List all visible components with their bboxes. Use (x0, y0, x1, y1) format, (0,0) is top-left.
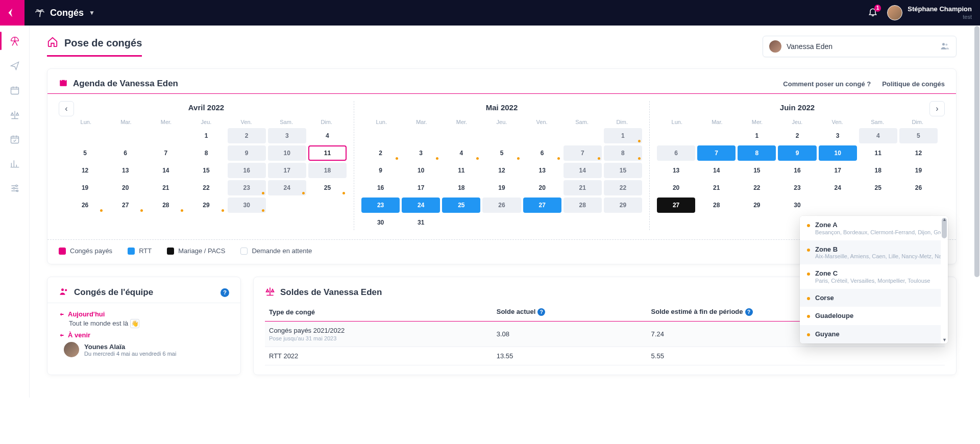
day-cell[interactable]: 19 (899, 163, 938, 178)
day-cell[interactable]: 28 (146, 198, 185, 213)
day-cell[interactable]: 17 (402, 180, 440, 195)
day-cell[interactable]: 17 (819, 163, 857, 178)
info-icon[interactable]: ? (537, 308, 545, 316)
day-cell[interactable]: 10 (402, 163, 440, 178)
day-cell[interactable]: 18 (442, 180, 480, 195)
day-cell[interactable]: 26 (66, 198, 104, 213)
day-cell[interactable]: 12 (899, 145, 938, 161)
day-cell[interactable]: 19 (66, 180, 104, 195)
day-cell[interactable]: 20 (657, 180, 695, 195)
day-cell[interactable]: 21 (146, 180, 185, 195)
zone-item[interactable]: Guadeloupe (800, 307, 948, 325)
day-cell[interactable]: 5 (482, 145, 521, 161)
zone-dropdown[interactable]: Zone ABesançon, Bordeaux, Clermont-Ferra… (800, 216, 948, 343)
day-cell[interactable]: 23 (361, 198, 400, 213)
day-cell[interactable]: 14 (146, 163, 185, 178)
page-scrollbar[interactable] (974, 26, 980, 398)
day-cell[interactable]: 3 (819, 128, 857, 143)
day-cell[interactable]: 17 (268, 163, 306, 178)
day-cell[interactable]: 7 (564, 145, 602, 161)
day-cell[interactable]: 6 (657, 145, 695, 161)
day-cell[interactable]: 4 (442, 145, 480, 161)
notifications-button[interactable]: 1 (868, 7, 878, 19)
day-cell[interactable]: 11 (442, 163, 480, 178)
day-cell[interactable]: 1 (604, 128, 642, 143)
nav-reports[interactable] (9, 158, 20, 169)
day-cell[interactable]: 14 (697, 163, 736, 178)
help-icon[interactable]: ? (220, 288, 229, 297)
nav-balance[interactable] (9, 109, 20, 120)
day-cell[interactable]: 30 (778, 198, 816, 213)
day-cell[interactable]: 14 (564, 163, 602, 178)
day-cell[interactable]: 9 (228, 145, 266, 161)
day-cell[interactable]: 8 (187, 145, 225, 161)
day-cell[interactable]: 11 (308, 145, 347, 161)
day-cell[interactable]: 22 (604, 180, 642, 195)
person-selector[interactable]: Vanessa Eden (763, 36, 957, 57)
day-cell[interactable]: 28 (697, 198, 736, 213)
day-cell[interactable]: 13 (657, 163, 695, 178)
day-cell[interactable]: 22 (187, 180, 225, 195)
info-icon[interactable]: ? (745, 308, 753, 316)
day-cell[interactable]: 21 (697, 180, 736, 195)
day-cell[interactable]: 23 (778, 180, 816, 195)
day-cell[interactable]: 22 (738, 180, 776, 195)
nav-settings[interactable] (9, 183, 20, 194)
day-cell[interactable]: 15 (738, 163, 776, 178)
day-cell[interactable]: 10 (268, 145, 306, 161)
day-cell[interactable]: 3 (402, 145, 440, 161)
day-cell[interactable]: 2 (778, 128, 816, 143)
zone-item[interactable]: Guyane (800, 325, 948, 343)
nav-send[interactable] (9, 60, 20, 71)
day-cell[interactable]: 30 (361, 215, 400, 230)
day-cell[interactable]: 13 (106, 163, 144, 178)
day-cell[interactable]: 18 (308, 163, 347, 178)
day-cell[interactable]: 2 (361, 145, 400, 161)
day-cell[interactable]: 25 (859, 180, 897, 195)
day-cell[interactable]: 29 (604, 198, 642, 213)
day-cell[interactable]: 30 (228, 198, 266, 213)
day-cell[interactable]: 15 (604, 163, 642, 178)
day-cell[interactable]: 5 (899, 128, 938, 143)
day-cell[interactable]: 16 (228, 163, 266, 178)
team-person[interactable]: Younes Alaïa Du mercredi 4 mai au vendre… (59, 342, 229, 357)
howto-link[interactable]: Comment poser un congé ? (783, 80, 871, 88)
day-cell[interactable]: 8 (604, 145, 642, 161)
day-cell[interactable]: 7 (146, 145, 185, 161)
day-cell[interactable]: 25 (442, 198, 480, 213)
day-cell[interactable]: 31 (402, 215, 440, 230)
day-cell[interactable]: 7 (697, 145, 736, 161)
day-cell[interactable]: 26 (482, 198, 521, 213)
day-cell[interactable]: 26 (899, 180, 938, 195)
policy-link[interactable]: Politique de congés (882, 80, 945, 88)
module-switcher[interactable]: Congés ▼ (35, 8, 95, 18)
day-cell[interactable]: 6 (106, 145, 144, 161)
day-cell[interactable]: 9 (361, 163, 400, 178)
day-cell[interactable]: 19 (482, 180, 521, 195)
nav-calendar-check[interactable] (9, 134, 20, 145)
day-cell[interactable]: 3 (268, 128, 306, 143)
day-cell[interactable]: 16 (361, 180, 400, 195)
day-cell[interactable]: 12 (482, 163, 521, 178)
day-cell[interactable]: 27 (657, 198, 695, 213)
user-avatar[interactable] (887, 5, 902, 20)
day-cell[interactable]: 24 (402, 198, 440, 213)
day-cell[interactable]: 1 (187, 128, 225, 143)
day-cell[interactable]: 4 (859, 128, 897, 143)
day-cell[interactable]: 10 (819, 145, 857, 161)
day-cell[interactable]: 6 (523, 145, 561, 161)
day-cell[interactable]: 9 (778, 145, 816, 161)
day-cell[interactable]: 27 (523, 198, 561, 213)
zone-item[interactable]: Zone BAix-Marseille, Amiens, Caen, Lille… (800, 240, 948, 265)
day-cell[interactable]: 29 (187, 198, 225, 213)
zone-item[interactable]: Zone ABesançon, Bordeaux, Clermont-Ferra… (800, 216, 948, 240)
zone-item[interactable]: Zone CParis, Créteil, Versailles, Montpe… (800, 264, 948, 289)
day-cell[interactable]: 20 (523, 180, 561, 195)
day-cell[interactable]: 29 (738, 198, 776, 213)
day-cell[interactable]: 28 (564, 198, 602, 213)
day-cell[interactable]: 4 (308, 128, 347, 143)
day-cell[interactable]: 24 (268, 180, 306, 195)
app-logo[interactable] (0, 0, 24, 26)
day-cell[interactable]: 8 (738, 145, 776, 161)
day-cell[interactable]: 11 (859, 145, 897, 161)
